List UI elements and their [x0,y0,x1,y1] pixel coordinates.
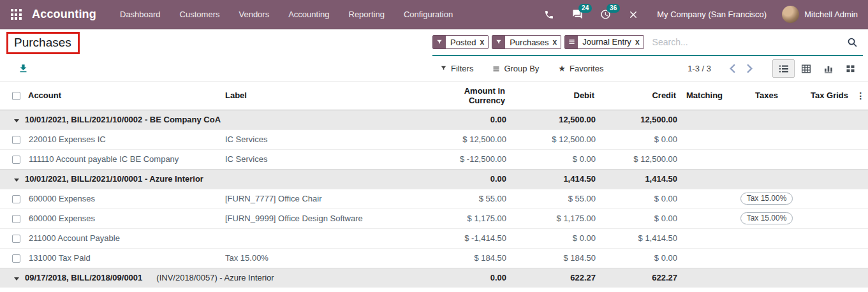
row-checkbox[interactable] [12,215,20,223]
group-title-cell[interactable]: 09/17/2018, BILL/2018/09/0001(INV/2018/0… [0,268,427,288]
cell-taxgrids[interactable] [804,189,853,208]
tax-pill[interactable]: Tax 15.00% [740,193,793,205]
cell-amount-currency[interactable]: $ 12,500.00 [427,129,510,149]
cell-account[interactable]: 600000 Expenses [28,189,225,208]
nav-menu-item[interactable]: Dashboard [110,0,170,29]
facet-remove-icon[interactable]: x [635,36,644,48]
pager-next-button[interactable] [741,64,758,73]
collapse-caret-icon[interactable] [14,119,19,122]
apps-menu-icon[interactable] [9,8,23,22]
cell-amount-currency[interactable]: $ 1,175.00 [427,208,510,228]
cell-label[interactable]: [FURN_9999] Office Design Software [225,208,427,228]
cell-taxgrids[interactable] [804,208,853,228]
cell-matching[interactable] [681,228,730,248]
cell-debit[interactable]: $ 1,175.00 [510,208,600,228]
cell-credit[interactable]: $ 0.00 [600,208,681,228]
cell-matching[interactable] [681,208,730,228]
cell-amount-currency[interactable]: $ -12,500.00 [427,149,510,169]
row-checkbox[interactable] [12,156,20,164]
column-header-debit[interactable]: Debit [510,82,600,110]
column-header-account[interactable]: Account [28,82,225,110]
cell-debit[interactable]: $ 12,500.00 [510,129,600,149]
cell-account[interactable]: 600000 Expenses [28,208,225,228]
facet-remove-icon[interactable]: x [553,36,561,48]
cell-taxgrids[interactable] [804,248,853,268]
search-bar[interactable]: Posted x Purchases x Journal Entry x [432,29,863,56]
cell-debit[interactable]: $ 0.00 [510,228,600,248]
cell-amount-currency[interactable]: $ 184.50 [427,248,510,268]
tax-pill[interactable]: Tax 15.00% [740,212,793,224]
group-title-cell[interactable]: 10/01/2021, BILL/2021/10/0002 - BE Compa… [0,110,427,129]
cell-account[interactable]: 111110 Account payable IC BE Company [28,149,225,169]
developer-tools-button[interactable] [622,4,644,26]
cell-matching[interactable] [681,129,730,149]
search-facet[interactable]: Posted x [432,35,489,49]
cell-label[interactable]: Tax 15.00% [225,248,427,268]
cell-label[interactable]: IC Services [225,149,427,169]
page-title[interactable]: Purchases [14,36,71,49]
cell-taxes[interactable] [730,149,804,169]
favorites-dropdown[interactable]: ★ Favorites [558,64,603,73]
row-checkbox[interactable] [12,235,20,243]
search-facet[interactable]: Purchases x [492,35,561,49]
cell-taxgrids[interactable] [804,129,853,149]
cell-matching[interactable] [681,248,730,268]
cell-matching[interactable] [681,189,730,208]
kanban-view-button[interactable] [839,59,862,78]
cell-debit[interactable]: $ 184.50 [510,248,600,268]
cell-matching[interactable] [681,149,730,169]
app-title[interactable]: Accounting [32,8,96,21]
voip-phone-button[interactable] [538,4,560,26]
cell-account[interactable]: 220010 Expenses IC [28,129,225,149]
list-view-button[interactable] [772,59,795,78]
cell-amount-currency[interactable]: $ 55.00 [427,189,510,208]
messages-button[interactable]: 24 [566,4,588,26]
select-all-checkbox[interactable] [12,92,20,100]
cell-label[interactable]: [FURN_7777] Office Chair [225,189,427,208]
cell-account[interactable]: 131000 Tax Paid [28,248,225,268]
column-header-credit[interactable]: Credit [600,82,681,110]
nav-menu-item[interactable]: Vendors [229,0,279,29]
cell-taxes[interactable] [730,248,804,268]
company-switcher[interactable]: My Company (San Francisco) [657,10,767,19]
cell-credit[interactable]: $ 0.00 [600,248,681,268]
cell-taxes[interactable]: Tax 15.00% [730,189,804,208]
column-header-matching[interactable]: Matching [681,82,730,110]
cell-label[interactable] [225,228,427,248]
row-checkbox[interactable] [12,195,20,203]
optional-columns-icon[interactable]: ⋮ [853,82,868,110]
group-row[interactable]: 10/01/2021, BILL/2021/10/0002 - BE Compa… [0,110,868,129]
user-menu[interactable]: Mitchell Admin [782,6,858,23]
column-header-label[interactable]: Label [225,82,427,110]
column-header-taxgrids[interactable]: Tax Grids [804,82,853,110]
journal-item-row[interactable]: 600000 Expenses [FURN_7777] Office Chair… [0,189,868,208]
collapse-caret-icon[interactable] [14,179,19,182]
column-header-amount-currency[interactable]: Amount in Currency [427,82,510,110]
collapse-caret-icon[interactable] [14,277,19,281]
pager-previous-button[interactable] [724,64,741,73]
cell-debit[interactable]: $ 0.00 [510,149,600,169]
search-input[interactable] [647,37,846,47]
journal-item-row[interactable]: 131000 Tax Paid Tax 15.00% $ 184.50 $ 18… [0,248,868,268]
journal-item-row[interactable]: 220010 Expenses IC IC Services $ 12,500.… [0,129,868,149]
nav-menu-item[interactable]: Configuration [394,0,462,29]
row-checkbox[interactable] [12,254,20,263]
cell-taxes[interactable] [730,228,804,248]
pivot-view-button[interactable] [795,59,817,78]
column-header-taxes[interactable]: Taxes [730,82,804,110]
nav-menu-item[interactable]: Reporting [339,0,394,29]
journal-item-row[interactable]: 600000 Expenses [FURN_9999] Office Desig… [0,208,868,228]
journal-item-row[interactable]: 111110 Account payable IC BE Company IC … [0,149,868,169]
row-checkbox[interactable] [12,136,20,144]
cell-taxgrids[interactable] [804,149,853,169]
filters-dropdown[interactable]: Filters [440,64,473,73]
group-by-dropdown[interactable]: Group By [492,64,539,73]
group-row[interactable]: 09/17/2018, BILL/2018/09/0001(INV/2018/0… [0,268,868,288]
search-facet[interactable]: Journal Entry x [564,35,644,49]
cell-debit[interactable]: $ 55.00 [510,189,600,208]
cell-credit[interactable]: $ 0.00 [600,129,681,149]
cell-label[interactable]: IC Services [225,129,427,149]
cell-taxes[interactable] [730,129,804,149]
cell-credit[interactable]: $ 1,414.50 [600,228,681,248]
search-button[interactable] [846,36,859,49]
